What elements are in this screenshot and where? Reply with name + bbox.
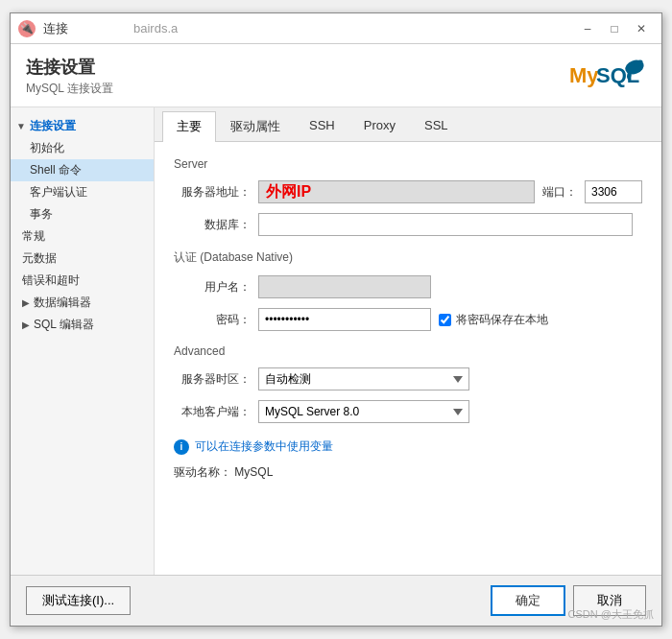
content-area: ▼ 连接设置 初始化 Shell 命令 客户端认证 事务 常规 [11,107,661,575]
app-icon: 🔌 [18,20,36,37]
confirm-button[interactable]: 确定 [491,585,565,616]
title-bar: 🔌 连接 bairds.a – □ ✕ [11,13,661,44]
tab-main[interactable]: 主要 [162,111,216,142]
driver-row: 驱动名称： MySQL [174,464,642,481]
header-section: 连接设置 MySQL 连接设置 My SQL [11,44,661,107]
svg-text:My: My [569,63,599,87]
driver-label: 驱动名称： [174,465,231,479]
chevron-right-icon: ▶ [22,297,30,308]
save-pass-label: 将密码保存在本地 [456,312,548,328]
server-address-row: 服务器地址： 外网IP 端口： [174,180,642,203]
sidebar-item-data-editor[interactable]: ▶ 数据编辑器 [11,292,154,314]
timezone-label: 服务器时区： [174,371,251,388]
sidebar-item-metadata[interactable]: 元数据 [11,248,154,270]
local-client-select[interactable]: MySQL Server 8.0 MySQL Server 5.7 MySQL … [258,400,469,423]
maximize-button[interactable]: □ [602,18,627,39]
info-icon: i [174,439,189,455]
save-pass-group: 将密码保存在本地 [439,312,548,328]
user-label: 用户名： [174,279,251,296]
window-controls: – □ ✕ [575,18,654,39]
title-bar-left: 🔌 连接 bairds.a [18,20,178,37]
sidebar-section: ▼ 连接设置 初始化 Shell 命令 客户端认证 事务 常规 [11,115,154,336]
password-input[interactable] [258,308,431,331]
username-row: 用户名： [174,275,642,298]
db-label: 数据库： [174,217,251,233]
window-subtitle: bairds.a [133,21,178,36]
local-client-row: 本地客户端： MySQL Server 8.0 MySQL Server 5.7… [174,400,642,423]
tab-ssh[interactable]: SSH [295,111,349,141]
sidebar-item-error-timeout[interactable]: 错误和超时 [11,270,154,292]
password-row: 密码： 将密码保存在本地 [174,308,642,331]
port-input[interactable] [585,180,642,203]
timezone-row: 服务器时区： 自动检测 UTC Asia/Shanghai [174,367,642,390]
advanced-section: Advanced 服务器时区： 自动检测 UTC Asia/Shanghai 本… [174,344,642,423]
sidebar-item-client-auth[interactable]: 客户端认证 [11,181,154,203]
sidebar-item-shell-cmd[interactable]: Shell 命令 [11,159,154,181]
mysql-logo-svg: My SQL [560,56,646,99]
database-row: 数据库： [174,213,642,236]
mysql-logo: My SQL [560,56,646,99]
sidebar-item-sql-editor[interactable]: ▶ SQL 编辑器 [11,314,154,336]
server-section-label: Server [174,157,642,171]
database-input[interactable] [258,213,633,236]
tab-bar: 主要 驱动属性 SSH Proxy SSL [155,107,661,142]
header-text: 连接设置 MySQL 连接设置 [26,56,113,97]
close-button[interactable]: ✕ [629,18,654,39]
sidebar-item-connection-settings[interactable]: ▼ 连接设置 [11,115,154,137]
chevron-down-icon: ▼ [16,121,26,131]
server-address-input[interactable] [258,180,535,203]
server-label: 服务器地址： [174,184,251,201]
tab-proxy[interactable]: Proxy [349,111,410,141]
header-subtitle: MySQL 连接设置 [26,81,113,97]
auth-section-label: 认证 (Database Native) [174,249,642,266]
main-window: 🔌 连接 bairds.a – □ ✕ 连接设置 MySQL 连接设置 My S… [10,12,662,627]
chevron-right-icon-2: ▶ [22,320,30,330]
form-area: Server 服务器地址： 外网IP 端口： 数据库： [155,142,661,575]
driver-value: MySQL [234,465,273,479]
save-password-checkbox[interactable] [439,314,451,326]
timezone-select[interactable]: 自动检测 UTC Asia/Shanghai [258,367,469,390]
advanced-title: Advanced [174,344,642,358]
username-input[interactable] [258,275,431,298]
info-text: 可以在连接参数中使用变量 [195,438,333,455]
tab-ssl[interactable]: SSL [410,111,463,141]
sidebar-item-init[interactable]: 初始化 [11,137,154,159]
sidebar-item-transaction[interactable]: 事务 [11,203,154,225]
info-row: i 可以在连接参数中使用变量 [174,438,642,455]
watermark: CSDN @大王免抓 [568,607,654,622]
main-panel: 主要 驱动属性 SSH Proxy SSL Server 服务器地址： 外网IP… [155,107,661,575]
local-client-label: 本地客户端： [174,404,251,420]
minimize-button[interactable]: – [575,18,600,39]
sidebar: ▼ 连接设置 初始化 Shell 命令 客户端认证 事务 常规 [11,107,155,575]
tab-driver-props[interactable]: 驱动属性 [216,111,295,141]
sidebar-item-general[interactable]: 常规 [11,225,154,248]
window-title: 连接 [43,20,68,37]
pass-label: 密码： [174,312,251,328]
header-title: 连接设置 [26,56,113,79]
footer: 测试连接(I)... 确定 取消 CSDN @大王免抓 [11,575,661,626]
port-label: 端口： [542,184,577,201]
test-connection-button[interactable]: 测试连接(I)... [26,586,131,615]
